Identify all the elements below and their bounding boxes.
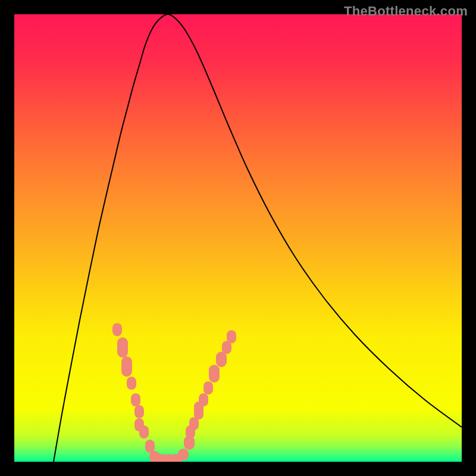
plot-area (14, 14, 462, 462)
frame: TheBottleneck.com (0, 0, 476, 476)
watermark-text: TheBottleneck.com (344, 4, 468, 19)
svg-rect-0 (14, 14, 462, 462)
gradient-background (14, 14, 462, 462)
